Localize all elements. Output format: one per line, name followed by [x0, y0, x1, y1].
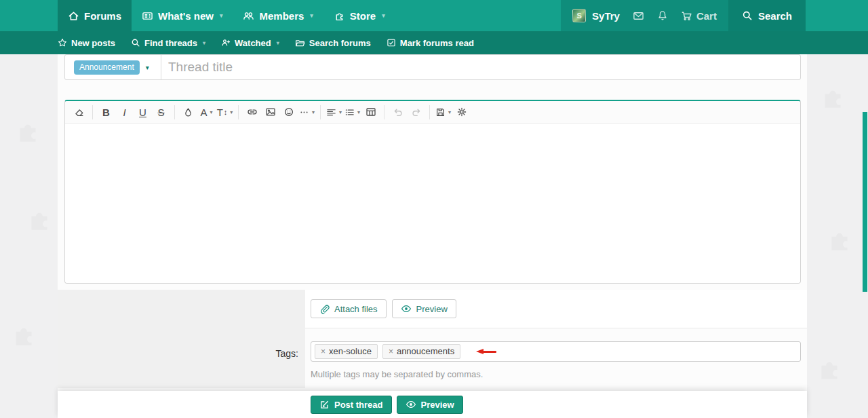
eye-icon: [406, 399, 416, 410]
remove-tag-icon[interactable]: ×: [389, 347, 393, 356]
editor-toolbar: B I U S A▾ T↕▾ ▾ ▾ ▾ ▾: [65, 101, 800, 124]
text-color-button[interactable]: [179, 103, 197, 121]
subnav-item-new-posts[interactable]: New posts: [58, 38, 115, 48]
cart-button[interactable]: Cart: [681, 10, 717, 22]
list-icon: [344, 107, 355, 117]
remove-tag-icon[interactable]: ×: [321, 347, 326, 356]
toolbar-separator: [429, 105, 430, 119]
scrollbar-thumb[interactable]: [863, 112, 867, 292]
table-icon: [366, 107, 376, 117]
user-panel: S SyTry Cart: [561, 0, 728, 31]
smilies-button[interactable]: [279, 103, 298, 121]
undo-icon: [393, 107, 403, 117]
toolbar-separator: [320, 105, 321, 119]
subnav-item-label: Find threads: [144, 38, 197, 48]
thread-title-input[interactable]: [161, 55, 800, 79]
user-plus-icon: [221, 38, 231, 48]
editor-preview-button[interactable]: Preview: [392, 299, 456, 318]
footer-preview-button[interactable]: Preview: [397, 396, 463, 414]
drafts-button[interactable]: ▾: [434, 103, 452, 121]
nav-tab-members[interactable]: Members ▾: [233, 0, 323, 31]
search-button[interactable]: Search: [728, 0, 806, 31]
chevron-down-icon: ▾: [339, 109, 342, 115]
chevron-down-icon: ▾: [146, 64, 149, 71]
subnav-item-watched[interactable]: Watched ▾: [221, 38, 279, 48]
nav-tab-label: What's new: [158, 10, 214, 22]
search-icon: [742, 10, 753, 21]
font-family-button[interactable]: A▾: [197, 103, 216, 121]
strikethrough-label: S: [157, 107, 164, 118]
subnav-item-mark-forums-read[interactable]: Mark forums read: [387, 38, 474, 48]
remove-format-button[interactable]: [70, 103, 88, 121]
chevron-down-icon: ▾: [448, 109, 451, 115]
italic-label: I: [123, 107, 125, 118]
inbox-envelope-icon[interactable]: [633, 10, 644, 22]
puzzle-icon: [334, 10, 345, 22]
italic-button[interactable]: I: [115, 103, 134, 121]
background-pattern-piece: [814, 353, 845, 384]
toolbar-separator: [384, 105, 384, 119]
eraser-icon: [74, 107, 85, 117]
alignment-button[interactable]: ▾: [325, 103, 343, 121]
alerts-bell-icon[interactable]: [657, 10, 668, 21]
nav-user-area: S SyTry Cart Search: [561, 0, 868, 31]
strikethrough-button[interactable]: S: [152, 103, 170, 121]
insert-link-button[interactable]: [243, 103, 261, 121]
chevron-down-icon: ▾: [220, 12, 223, 19]
align-left-icon: [326, 107, 336, 117]
background-pattern-piece: [24, 204, 55, 235]
chevron-down-icon: ▾: [203, 40, 205, 46]
eye-icon: [401, 303, 412, 314]
rich-text-editor: B I U S A▾ T↕▾ ▾ ▾ ▾ ▾: [64, 100, 801, 284]
tag-chip: × xen-soluce: [315, 344, 378, 359]
top-navbar: Forums What's new ▾ Members ▾ Store ▾ S …: [0, 0, 868, 31]
bold-button[interactable]: B: [97, 103, 115, 121]
tag-label: xen-soluce: [329, 346, 372, 356]
footer-preview-label: Preview: [421, 400, 454, 410]
nav-tab-forums[interactable]: Forums: [58, 0, 132, 31]
tags-hint-text: Multiple tags may be separated by commas…: [311, 369, 483, 379]
ellipsis-icon: [299, 107, 309, 117]
tags-input[interactable]: × xen-soluce × annoucements: [311, 341, 801, 362]
subnav-item-search-forums[interactable]: Search forums: [295, 38, 371, 48]
subnav-item-find-threads[interactable]: Find threads ▾: [131, 38, 205, 48]
cart-label: Cart: [696, 10, 717, 22]
users-icon: [243, 10, 254, 22]
avatar[interactable]: S: [572, 9, 586, 22]
check-square-icon: [387, 38, 396, 48]
subnav-item-label: Watched: [235, 38, 271, 48]
prefix-dropdown[interactable]: Announcement ▾: [65, 55, 161, 79]
search-icon: [131, 38, 140, 48]
redo-button[interactable]: [407, 103, 425, 121]
image-icon: [265, 107, 276, 117]
insert-table-button[interactable]: [361, 103, 380, 121]
post-thread-label: Post thread: [334, 400, 383, 410]
underline-label: U: [139, 107, 146, 118]
tag-label: annoucements: [397, 346, 454, 356]
undo-button[interactable]: [389, 103, 407, 121]
nav-tab-store[interactable]: Store ▾: [323, 0, 395, 31]
post-thread-form: Announcement ▾ B I U S A▾ T↕▾ ▾ ▾ ▾: [58, 54, 807, 418]
nav-tab-whats-new[interactable]: What's new ▾: [132, 0, 233, 31]
sub-navbar: New posts Find threads ▾ Watched ▾ Searc…: [0, 31, 868, 54]
more-options-button[interactable]: ▾: [298, 103, 316, 121]
attach-preview-row: Attach files Preview: [305, 290, 807, 328]
chevron-down-icon: ▾: [277, 40, 279, 46]
attach-files-button[interactable]: Attach files: [311, 299, 387, 318]
message-body-input[interactable]: [65, 124, 800, 283]
list-button[interactable]: ▾: [343, 103, 361, 121]
link-icon: [247, 107, 258, 117]
chevron-down-icon: ▾: [230, 109, 233, 115]
preview-label: Preview: [416, 304, 448, 314]
editor-settings-button[interactable]: [452, 103, 471, 121]
main-nav-tabs: Forums What's new ▾ Members ▾ Store ▾: [58, 0, 395, 31]
post-thread-button[interactable]: Post thread: [311, 396, 392, 414]
username[interactable]: SyTry: [592, 10, 620, 22]
font-size-button[interactable]: T↕▾: [216, 103, 234, 121]
font-family-label: A: [200, 107, 207, 118]
chevron-down-icon: ▾: [312, 109, 315, 115]
background-pattern-piece: [12, 115, 43, 147]
insert-image-button[interactable]: [261, 103, 279, 121]
underline-button[interactable]: U: [134, 103, 152, 121]
chevron-down-icon: ▾: [382, 12, 385, 19]
